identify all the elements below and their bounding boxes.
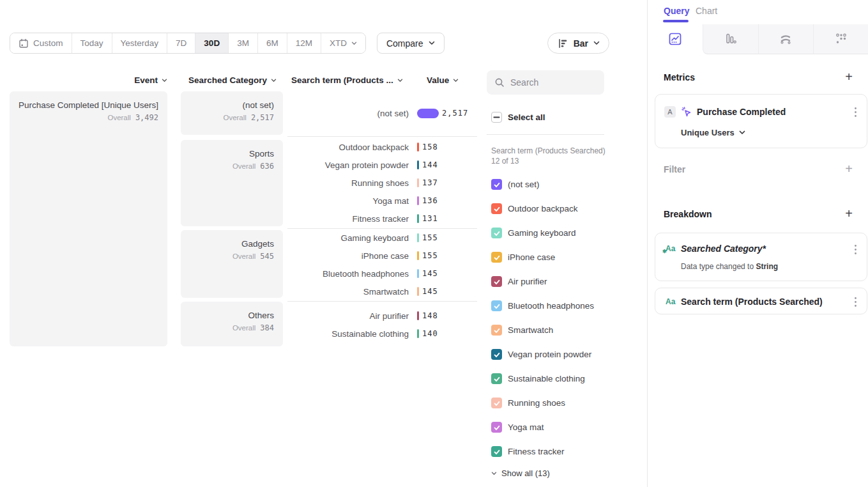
measurement-dropdown[interactable]: Unique Users: [681, 128, 745, 137]
term-row[interactable]: Vegan protein powder144: [287, 156, 479, 174]
term-row[interactable]: (not set)2,517: [287, 104, 479, 122]
check-icon: [493, 278, 501, 286]
legend-item-label: Running shoes: [508, 398, 565, 408]
value-bar: [417, 178, 419, 187]
report-type-tabs: [648, 24, 868, 54]
select-all-checkbox[interactable]: Select all: [491, 112, 545, 123]
legend-item-label: Gaming keyboard: [508, 228, 576, 238]
category-name: Sports: [187, 148, 274, 160]
term-value: 145: [422, 287, 438, 296]
check-icon: [493, 399, 501, 407]
legend-search-input[interactable]: [510, 77, 593, 88]
value-bar: [417, 109, 439, 118]
check-icon: [493, 375, 501, 383]
checkbox-checked: [491, 373, 502, 384]
legend-item-vegan-protein-powder[interactable]: Vegan protein powder: [491, 349, 594, 360]
legend-item-label: Outdoor backpack: [508, 204, 578, 213]
value-bar: [417, 269, 419, 278]
group-separator: [287, 136, 477, 137]
chevron-down-icon: [739, 130, 745, 135]
show-all-label: Show all (13): [501, 468, 550, 478]
category-cell[interactable]: SportsOverall636: [181, 140, 283, 226]
check-icon: [493, 254, 501, 261]
category-name: Others: [187, 310, 274, 321]
event-cell[interactable]: Purchase Completed [Unique Users] Overal…: [10, 91, 167, 346]
term-row[interactable]: Bluetooth headphones145: [287, 265, 479, 282]
check-icon: [493, 229, 501, 237]
breakdown-card-searched-category[interactable]: ✱ Aa Searched Category* Data type change…: [655, 233, 867, 281]
kebab-menu-icon[interactable]: [854, 297, 857, 307]
legend-item-smartwatch[interactable]: Smartwatch: [491, 325, 594, 336]
term-row[interactable]: Gaming keyboard155: [287, 229, 479, 247]
legend-item--not-set-[interactable]: (not set): [491, 179, 594, 190]
value-bar: [417, 329, 419, 338]
term-row[interactable]: Yoga mat136: [287, 192, 479, 210]
add-filter-button[interactable]: +: [841, 161, 857, 176]
breakdown-card-search-term[interactable]: Aa Search term (Products Searched): [655, 288, 867, 314]
data-type-note: Data type changed to String: [681, 262, 778, 271]
legend-item-air-purifier[interactable]: Air purifier: [491, 276, 594, 287]
overall-label: Overall: [232, 162, 255, 170]
category-cell[interactable]: GadgetsOverall545: [181, 230, 283, 298]
tab-funnels[interactable]: [703, 24, 758, 54]
tab-retention[interactable]: [813, 24, 868, 54]
legend-item-yoga-mat[interactable]: Yoga mat: [491, 422, 594, 433]
query-builder-sidebar: Query Chart Metrics + A Purchase Complet…: [647, 0, 868, 487]
legend-item-bluetooth-headphones[interactable]: Bluetooth headphones: [491, 300, 594, 311]
tab-insights[interactable]: [648, 24, 703, 54]
term-value: 140: [422, 329, 438, 338]
legend-item-outdoor-backpack[interactable]: Outdoor backpack: [491, 203, 594, 214]
string-property-icon: ✱ Aa: [666, 244, 675, 253]
legend-item-iphone-case[interactable]: iPhone case: [491, 252, 594, 263]
add-metric-button[interactable]: +: [841, 69, 857, 84]
check-icon: [493, 351, 501, 359]
checkbox-checked: [491, 422, 502, 433]
tab-query[interactable]: Query: [664, 6, 689, 16]
term-row[interactable]: iPhone case155: [287, 247, 479, 265]
check-icon: [493, 302, 501, 310]
breakdown-property-name: Searched Category*: [681, 244, 766, 254]
term-label: Yoga mat: [287, 196, 409, 206]
legend-context-label: Search term (Products Searched) 12 of 13: [491, 146, 606, 166]
legend-item-gaming-keyboard[interactable]: Gaming keyboard: [491, 228, 594, 238]
legend-item-fitness-tracker[interactable]: Fitness tracker: [491, 446, 594, 457]
sidebar-tabs: Query Chart: [648, 0, 868, 22]
filter-heading: Filter: [664, 164, 685, 174]
legend-item-label: Sustainable clothing: [508, 374, 585, 383]
term-row[interactable]: Air purifier148: [287, 307, 479, 325]
term-row[interactable]: Fitness tracker131: [287, 210, 479, 228]
category-overall: Overall2,517: [187, 113, 274, 122]
kebab-menu-icon[interactable]: [854, 107, 857, 118]
overall-label: Overall: [223, 114, 246, 121]
tab-chart[interactable]: Chart: [696, 6, 717, 16]
term-label: Bluetooth headphones: [287, 269, 409, 279]
column-header-category[interactable]: Searched Category: [181, 75, 277, 86]
add-breakdown-button[interactable]: +: [841, 206, 857, 221]
term-row[interactable]: Sustainable clothing140: [287, 325, 479, 343]
metric-card[interactable]: A Purchase Completed Unique Users: [655, 94, 867, 148]
checkbox-checked: [491, 398, 502, 408]
column-header-term[interactable]: Search term (Products ...: [291, 75, 403, 86]
show-all-toggle[interactable]: Show all (13): [491, 468, 550, 478]
checkbox-checked: [491, 300, 502, 311]
category-cell[interactable]: OthersOverall384: [181, 302, 283, 346]
category-overall: Overall384: [187, 323, 274, 332]
term-row[interactable]: Running shoes137: [287, 174, 479, 192]
column-header-event[interactable]: Event: [38, 75, 167, 86]
checkbox-checked: [491, 252, 502, 263]
category-overall: Overall545: [187, 252, 274, 261]
legend-search[interactable]: [487, 70, 604, 95]
term-row[interactable]: Smartwatch145: [287, 282, 479, 300]
term-row[interactable]: Outdoor backpack158: [287, 138, 479, 156]
checkbox-checked: [491, 179, 502, 190]
value-bar: [417, 311, 419, 320]
legend-item-running-shoes[interactable]: Running shoes: [491, 398, 594, 408]
tab-flows[interactable]: [758, 24, 814, 54]
category-cell[interactable]: (not set)Overall2,517: [181, 91, 283, 135]
term-value: 158: [422, 143, 438, 151]
column-header-value[interactable]: Value: [427, 75, 459, 86]
category-name: (not set): [187, 100, 274, 111]
breakdown-heading: Breakdown: [664, 209, 712, 219]
legend-item-sustainable-clothing[interactable]: Sustainable clothing: [491, 373, 594, 384]
kebab-menu-icon[interactable]: [854, 244, 857, 255]
